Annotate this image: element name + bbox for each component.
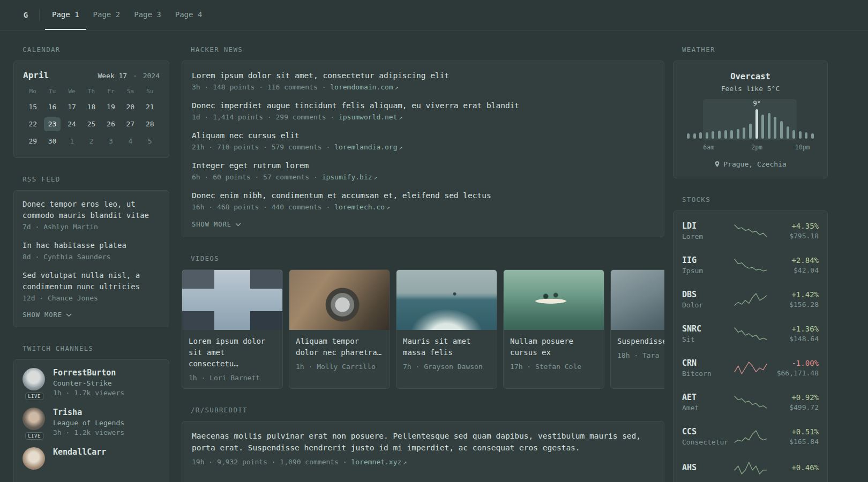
twitch-channel[interactable]: LIVE ForrestBurton Counter-Strike 1h · 1… <box>23 368 160 397</box>
hn-item-title[interactable]: Integer eget rutrum lorem <box>192 160 654 171</box>
hn-item-domain-link[interactable]: loremdomain.com <box>330 83 393 91</box>
weekday-label: Tu <box>42 88 62 95</box>
weather-feels-like: Feels like 5°C <box>682 85 819 93</box>
stock-row[interactable]: CRN Bitcorn -1.00% $66,171.48 <box>682 351 819 385</box>
app-logo[interactable]: G <box>19 8 33 22</box>
video-title[interactable]: Mauris sit amet massa felis <box>403 336 490 358</box>
avatar-wrap: LIVE <box>23 408 46 436</box>
twitch-channel[interactable]: KendallCarr <box>23 447 160 470</box>
video-card[interactable]: Nullam posuere cursus ex 17h · Stefan Co… <box>503 269 604 389</box>
stock-row[interactable]: CCS Consectetur +0.51% $165.84 <box>682 419 819 454</box>
stock-row[interactable]: LDI Lorem +4.35% $795.18 <box>682 214 819 248</box>
video-title[interactable]: Lorem ipsum dolor sit amet consectetu… <box>189 336 276 370</box>
weather-bar <box>712 131 714 139</box>
right-column: WEATHER Overcast Feels like 5°C 9° 6am 2… <box>673 46 828 482</box>
tab-page-2[interactable]: Page 2 <box>86 0 128 30</box>
channel-name[interactable]: KendallCarr <box>53 447 106 457</box>
rss-item-title[interactable]: Sed volutpat nulla nisl, a condimentum n… <box>23 270 160 292</box>
rss-item-title[interactable]: Donec tempor eros leo, ut commodo mauris… <box>23 199 160 221</box>
rss-item-meta: 8d · Cynthia Saunders <box>23 253 160 261</box>
show-more-label: SHOW MORE <box>23 311 62 319</box>
hn-item-title[interactable]: Lorem ipsum dolor sit amet, consectetur … <box>192 70 654 81</box>
tab-page-3[interactable]: Page 3 <box>127 0 168 30</box>
stocks-widget: LDI Lorem +4.35% $795.18 IIG Ipsum <box>673 210 828 482</box>
video-meta: 17h · Stefan Cole <box>510 363 597 371</box>
rss-item-title[interactable]: In hac habitasse platea <box>23 240 160 251</box>
subreddit-post-title[interactable]: Maecenas mollis pulvinar erat non posuer… <box>192 430 654 454</box>
calendar-week-label: Week 17 <box>98 72 127 80</box>
tab-page-1[interactable]: Page 1 <box>45 0 86 30</box>
video-meta: 18h · Tara <box>617 351 664 359</box>
weather-bar <box>811 133 814 139</box>
hn-meta-text: 21h · 710 points · 579 comments · <box>192 143 334 151</box>
live-badge: LIVE <box>25 393 43 400</box>
tab-page-4[interactable]: Page 4 <box>168 0 209 30</box>
twitch-channel[interactable]: LIVE Trisha League of Legends 3h · 1.2k … <box>23 408 160 436</box>
stock-row[interactable]: SNRC Sit +1.36% $148.64 <box>682 317 819 351</box>
stock-sparkline <box>734 461 768 475</box>
hackernews-widget: Lorem ipsum dolor sit amet, consectetur … <box>182 61 664 237</box>
video-thumbnail[interactable] <box>504 270 604 330</box>
hn-item-meta: 21h · 710 points · 579 comments · loreml… <box>192 143 654 151</box>
calendar-day: 22 <box>25 117 41 131</box>
video-title[interactable]: Aliquam tempor dolor nec pharetra… <box>296 336 383 358</box>
video-card[interactable]: Aliquam tempor dolor nec pharetra… 1h · … <box>289 269 390 389</box>
external-link-icon: ↗ <box>395 84 399 91</box>
hn-show-more-button[interactable]: SHOW MORE <box>192 221 654 228</box>
video-meta: 1h · Lori Barnett <box>189 374 276 382</box>
stock-row[interactable]: IIG Ipsum +2.84% $42.04 <box>682 248 819 282</box>
section-header-hackernews: HACKER NEWS <box>191 46 664 54</box>
stock-change: +0.51% <box>768 427 819 436</box>
weather-bar <box>792 130 795 139</box>
calendar-day: 17 <box>64 100 80 114</box>
video-thumbnail[interactable] <box>289 270 390 330</box>
rss-item-meta: 12d · Chance Jones <box>23 294 160 302</box>
time-label: 6am <box>703 144 714 151</box>
weather-bar <box>699 132 702 139</box>
live-badge: LIVE <box>25 432 43 440</box>
hn-item-title[interactable]: Donec enim nibh, condimentum et accumsan… <box>192 190 654 201</box>
calendar-day: 24 <box>64 117 80 131</box>
stock-row[interactable]: AHS +0.46% <box>682 454 819 482</box>
video-card[interactable]: Suspendisse diam 18h · Tara <box>610 269 664 389</box>
avatar-wrap <box>23 447 46 470</box>
channel-name[interactable]: ForrestBurton <box>53 368 124 378</box>
hn-item: Integer eget rutrum lorem 6h · 60 points… <box>192 160 654 181</box>
video-title[interactable]: Suspendisse diam <box>617 336 664 347</box>
calendar-weekday-row: Mo Tu We Th Fr Sa Su <box>23 88 160 95</box>
topbar: G Page 1 Page 2 Page 3 Page 4 <box>0 0 868 31</box>
external-link-icon: ↗ <box>374 174 378 181</box>
hn-item-title[interactable]: Aliquam nec cursus elit <box>192 130 654 141</box>
hn-item-domain-link[interactable]: ipsumworld.net <box>339 113 398 121</box>
hn-item-domain-link[interactable]: ipsumify.biz <box>322 173 372 181</box>
subreddit-domain-link[interactable]: loremnet.xyz <box>351 458 401 466</box>
rss-item-meta: 7d · Ashlyn Martin <box>23 223 160 231</box>
section-header-subreddit: /R/SUBREDDIT <box>191 406 664 414</box>
video-thumbnail[interactable] <box>611 270 664 330</box>
video-thumbnail[interactable] <box>182 270 282 330</box>
weather-chart: 9° <box>685 107 815 139</box>
hn-item-title[interactable]: Donec imperdiet augue tincidunt felis al… <box>192 100 654 111</box>
video-card[interactable]: Mauris sit amet massa felis 7h · Grayson… <box>396 269 497 389</box>
weather-peak-temperature: 9° <box>753 100 760 107</box>
video-thumbnail[interactable] <box>396 270 497 330</box>
hn-item: Donec imperdiet augue tincidunt felis al… <box>192 100 654 121</box>
stock-change: +1.36% <box>768 325 819 333</box>
hn-item: Donec enim nibh, condimentum et accumsan… <box>192 190 654 211</box>
thumbnail-shape <box>250 311 282 330</box>
calendar-day: 2 <box>83 134 100 148</box>
calendar-day: 16 <box>44 100 61 114</box>
topbar-divider <box>39 9 40 21</box>
video-card[interactable]: Lorem ipsum dolor sit amet consectetu… 1… <box>182 269 283 389</box>
hn-item-domain-link[interactable]: loremlandia.org <box>334 143 397 151</box>
stock-price: $499.72 <box>768 403 819 411</box>
stock-row[interactable]: DBS Dolor +1.42% $156.28 <box>682 282 819 317</box>
rss-show-more-button[interactable]: SHOW MORE <box>23 311 160 319</box>
channel-name[interactable]: Trisha <box>53 408 124 417</box>
stock-name: Dolor <box>682 301 734 309</box>
stock-row[interactable]: AET Amet +0.92% $499.72 <box>682 385 819 419</box>
video-title[interactable]: Nullam posuere cursus ex <box>510 336 597 358</box>
page-tabs: Page 1 Page 2 Page 3 Page 4 <box>45 0 209 30</box>
hn-item: Lorem ipsum dolor sit amet, consectetur … <box>192 70 654 91</box>
hn-item-domain-link[interactable]: loremtech.co <box>334 203 385 211</box>
